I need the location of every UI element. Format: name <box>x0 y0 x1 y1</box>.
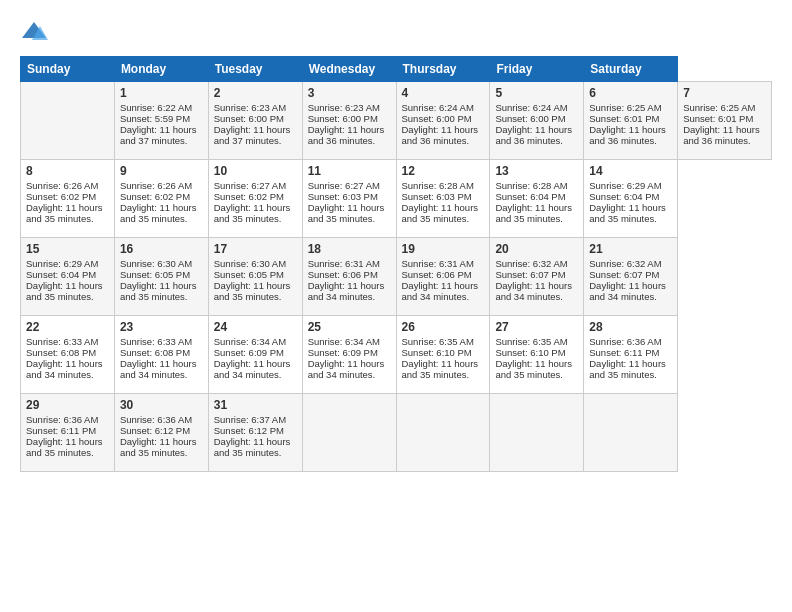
sunset-text: Sunset: 6:01 PM <box>589 113 659 124</box>
day-number: 24 <box>214 320 297 334</box>
calendar-day-cell: 1Sunrise: 6:22 AMSunset: 5:59 PMDaylight… <box>114 82 208 160</box>
day-number: 29 <box>26 398 109 412</box>
sunset-text: Sunset: 6:06 PM <box>308 269 378 280</box>
sunrise-text: Sunrise: 6:26 AM <box>26 180 98 191</box>
day-number: 13 <box>495 164 578 178</box>
day-number: 5 <box>495 86 578 100</box>
daylight-text: Daylight: 11 hours and 35 minutes. <box>26 436 103 458</box>
daylight-text: Daylight: 11 hours and 34 minutes. <box>214 358 291 380</box>
daylight-text: Daylight: 11 hours and 36 minutes. <box>495 124 572 146</box>
sunset-text: Sunset: 6:02 PM <box>120 191 190 202</box>
calendar-day-cell <box>490 394 584 472</box>
day-number: 25 <box>308 320 391 334</box>
sunrise-text: Sunrise: 6:35 AM <box>495 336 567 347</box>
calendar-day-cell: 13Sunrise: 6:28 AMSunset: 6:04 PMDayligh… <box>490 160 584 238</box>
day-number: 23 <box>120 320 203 334</box>
sunrise-text: Sunrise: 6:23 AM <box>214 102 286 113</box>
sunset-text: Sunset: 6:01 PM <box>683 113 753 124</box>
calendar-day-cell: 2Sunrise: 6:23 AMSunset: 6:00 PMDaylight… <box>208 82 302 160</box>
day-number: 30 <box>120 398 203 412</box>
daylight-text: Daylight: 11 hours and 34 minutes. <box>26 358 103 380</box>
daylight-text: Daylight: 11 hours and 36 minutes. <box>308 124 385 146</box>
calendar-day-cell: 23Sunrise: 6:33 AMSunset: 6:08 PMDayligh… <box>114 316 208 394</box>
daylight-text: Daylight: 11 hours and 35 minutes. <box>214 202 291 224</box>
calendar-day-cell: 10Sunrise: 6:27 AMSunset: 6:02 PMDayligh… <box>208 160 302 238</box>
daylight-text: Daylight: 11 hours and 35 minutes. <box>495 358 572 380</box>
daylight-text: Daylight: 11 hours and 34 minutes. <box>120 358 197 380</box>
sunset-text: Sunset: 6:02 PM <box>214 191 284 202</box>
daylight-text: Daylight: 11 hours and 35 minutes. <box>26 280 103 302</box>
sunrise-text: Sunrise: 6:36 AM <box>589 336 661 347</box>
sunset-text: Sunset: 6:07 PM <box>589 269 659 280</box>
calendar-day-cell: 14Sunrise: 6:29 AMSunset: 6:04 PMDayligh… <box>584 160 678 238</box>
calendar-day-cell: 22Sunrise: 6:33 AMSunset: 6:08 PMDayligh… <box>21 316 115 394</box>
day-number: 1 <box>120 86 203 100</box>
day-number: 17 <box>214 242 297 256</box>
sunrise-text: Sunrise: 6:35 AM <box>402 336 474 347</box>
calendar-day-cell: 9Sunrise: 6:26 AMSunset: 6:02 PMDaylight… <box>114 160 208 238</box>
header-day: Tuesday <box>208 57 302 82</box>
sunrise-text: Sunrise: 6:37 AM <box>214 414 286 425</box>
daylight-text: Daylight: 11 hours and 35 minutes. <box>120 202 197 224</box>
daylight-text: Daylight: 11 hours and 34 minutes. <box>589 280 666 302</box>
daylight-text: Daylight: 11 hours and 35 minutes. <box>214 436 291 458</box>
calendar-day-cell: 12Sunrise: 6:28 AMSunset: 6:03 PMDayligh… <box>396 160 490 238</box>
daylight-text: Daylight: 11 hours and 35 minutes. <box>214 280 291 302</box>
sunset-text: Sunset: 6:04 PM <box>26 269 96 280</box>
sunset-text: Sunset: 6:00 PM <box>308 113 378 124</box>
sunrise-text: Sunrise: 6:32 AM <box>495 258 567 269</box>
calendar-day-cell: 25Sunrise: 6:34 AMSunset: 6:09 PMDayligh… <box>302 316 396 394</box>
header <box>20 18 772 46</box>
day-number: 20 <box>495 242 578 256</box>
daylight-text: Daylight: 11 hours and 35 minutes. <box>26 202 103 224</box>
day-number: 22 <box>26 320 109 334</box>
day-number: 2 <box>214 86 297 100</box>
sunrise-text: Sunrise: 6:28 AM <box>402 180 474 191</box>
calendar-week-row: 22Sunrise: 6:33 AMSunset: 6:08 PMDayligh… <box>21 316 772 394</box>
sunset-text: Sunset: 6:11 PM <box>26 425 96 436</box>
calendar-day-cell: 4Sunrise: 6:24 AMSunset: 6:00 PMDaylight… <box>396 82 490 160</box>
daylight-text: Daylight: 11 hours and 35 minutes. <box>495 202 572 224</box>
sunset-text: Sunset: 6:04 PM <box>589 191 659 202</box>
daylight-text: Daylight: 11 hours and 35 minutes. <box>308 202 385 224</box>
calendar-day-cell: 8Sunrise: 6:26 AMSunset: 6:02 PMDaylight… <box>21 160 115 238</box>
sunset-text: Sunset: 6:12 PM <box>120 425 190 436</box>
daylight-text: Daylight: 11 hours and 34 minutes. <box>402 280 479 302</box>
daylight-text: Daylight: 11 hours and 34 minutes. <box>495 280 572 302</box>
sunset-text: Sunset: 6:07 PM <box>495 269 565 280</box>
day-number: 4 <box>402 86 485 100</box>
calendar-day-cell: 24Sunrise: 6:34 AMSunset: 6:09 PMDayligh… <box>208 316 302 394</box>
sunrise-text: Sunrise: 6:23 AM <box>308 102 380 113</box>
calendar-week-row: 15Sunrise: 6:29 AMSunset: 6:04 PMDayligh… <box>21 238 772 316</box>
daylight-text: Daylight: 11 hours and 35 minutes. <box>402 202 479 224</box>
sunrise-text: Sunrise: 6:30 AM <box>214 258 286 269</box>
calendar-day-cell: 29Sunrise: 6:36 AMSunset: 6:11 PMDayligh… <box>21 394 115 472</box>
calendar-day-cell: 7Sunrise: 6:25 AMSunset: 6:01 PMDaylight… <box>678 82 772 160</box>
day-number: 9 <box>120 164 203 178</box>
daylight-text: Daylight: 11 hours and 37 minutes. <box>120 124 197 146</box>
day-number: 26 <box>402 320 485 334</box>
calendar-day-cell: 27Sunrise: 6:35 AMSunset: 6:10 PMDayligh… <box>490 316 584 394</box>
daylight-text: Daylight: 11 hours and 35 minutes. <box>402 358 479 380</box>
day-number: 15 <box>26 242 109 256</box>
sunrise-text: Sunrise: 6:24 AM <box>495 102 567 113</box>
daylight-text: Daylight: 11 hours and 34 minutes. <box>308 280 385 302</box>
day-number: 8 <box>26 164 109 178</box>
daylight-text: Daylight: 11 hours and 35 minutes. <box>589 358 666 380</box>
header-day: Monday <box>114 57 208 82</box>
sunrise-text: Sunrise: 6:22 AM <box>120 102 192 113</box>
sunset-text: Sunset: 6:12 PM <box>214 425 284 436</box>
sunset-text: Sunset: 6:08 PM <box>26 347 96 358</box>
day-number: 28 <box>589 320 672 334</box>
daylight-text: Daylight: 11 hours and 36 minutes. <box>402 124 479 146</box>
day-number: 18 <box>308 242 391 256</box>
day-number: 3 <box>308 86 391 100</box>
sunrise-text: Sunrise: 6:28 AM <box>495 180 567 191</box>
sunrise-text: Sunrise: 6:31 AM <box>402 258 474 269</box>
day-number: 12 <box>402 164 485 178</box>
sunset-text: Sunset: 6:00 PM <box>495 113 565 124</box>
calendar-table: SundayMondayTuesdayWednesdayThursdayFrid… <box>20 56 772 472</box>
daylight-text: Daylight: 11 hours and 35 minutes. <box>120 280 197 302</box>
calendar-day-cell <box>396 394 490 472</box>
sunset-text: Sunset: 6:10 PM <box>402 347 472 358</box>
